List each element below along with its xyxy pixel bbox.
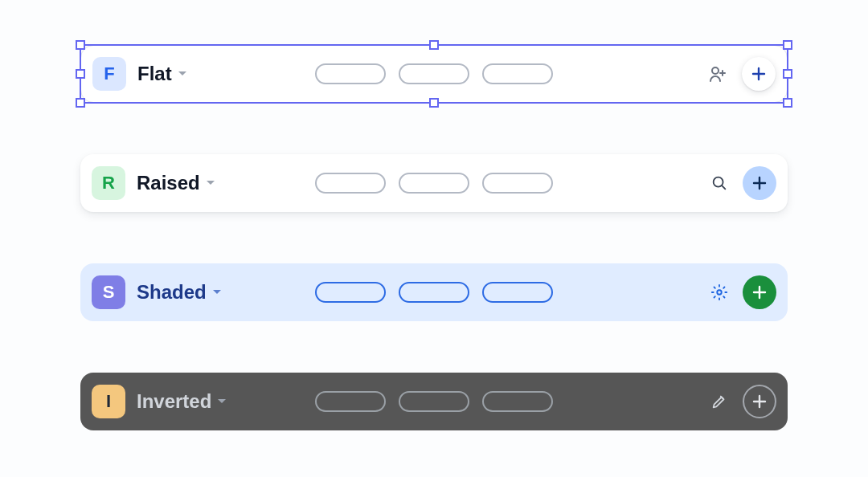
variant-label-dropdown[interactable]: Shaded	[137, 281, 223, 304]
chevron-down-icon	[205, 179, 216, 187]
variant-badge: I	[92, 385, 125, 418]
pill-group	[315, 173, 553, 194]
pill-group	[315, 282, 553, 303]
pill-placeholder	[315, 63, 386, 84]
selection-handle[interactable]	[76, 40, 85, 50]
variant-badge: S	[92, 275, 125, 309]
variant-row-raised[interactable]: R Raised	[80, 154, 788, 212]
svg-point-0	[712, 67, 719, 74]
row-actions	[710, 166, 776, 200]
variant-label-text: Flat	[137, 63, 172, 85]
row-actions	[710, 275, 776, 309]
selection-handle[interactable]	[783, 40, 792, 50]
pill-placeholder	[399, 173, 469, 194]
variant-row-flat[interactable]: F Flat	[80, 45, 788, 103]
pill-group	[315, 63, 553, 84]
pill-placeholder	[315, 282, 386, 303]
variant-label-text: Raised	[137, 172, 200, 194]
svg-point-2	[717, 290, 722, 295]
pill-placeholder	[315, 391, 386, 412]
variant-row-inverted[interactable]: I Inverted	[80, 373, 788, 430]
variant-badge: F	[92, 57, 126, 91]
pill-placeholder	[399, 282, 469, 303]
row-actions	[710, 385, 776, 418]
chevron-down-icon	[211, 288, 223, 296]
selection-handle[interactable]	[76, 98, 85, 108]
pill-placeholder	[482, 391, 553, 412]
pill-placeholder	[315, 173, 386, 194]
selection-handle[interactable]	[783, 98, 792, 108]
variant-row-shaded[interactable]: S Shaded	[80, 263, 788, 321]
selection-handle[interactable]	[429, 40, 439, 50]
selection-handle[interactable]	[76, 69, 85, 79]
add-button[interactable]	[742, 57, 776, 91]
chevron-down-icon	[177, 70, 188, 78]
add-button[interactable]	[743, 385, 776, 418]
selection-wrapper: F Flat	[80, 45, 788, 103]
variant-label-dropdown[interactable]: Inverted	[137, 390, 227, 413]
pill-placeholder	[399, 391, 469, 412]
row-actions	[708, 57, 776, 91]
add-button[interactable]	[743, 166, 776, 200]
pill-group	[315, 391, 553, 412]
gear-icon[interactable]	[710, 283, 728, 301]
add-user-icon[interactable]	[708, 64, 727, 84]
selection-handle[interactable]	[429, 98, 439, 108]
pill-placeholder	[482, 173, 553, 194]
pencil-icon[interactable]	[710, 393, 728, 410]
variant-label-dropdown[interactable]: Flat	[137, 63, 188, 85]
selection-handle[interactable]	[783, 69, 792, 79]
add-button[interactable]	[743, 275, 776, 309]
variant-badge: R	[92, 166, 125, 200]
variant-label-text: Inverted	[137, 390, 211, 413]
pill-placeholder	[482, 63, 553, 84]
variant-label-text: Shaded	[137, 281, 207, 304]
search-icon[interactable]	[710, 174, 728, 192]
pill-placeholder	[399, 63, 469, 84]
variant-label-dropdown[interactable]: Raised	[137, 172, 216, 194]
chevron-down-icon	[216, 398, 227, 406]
pill-placeholder	[482, 282, 553, 303]
